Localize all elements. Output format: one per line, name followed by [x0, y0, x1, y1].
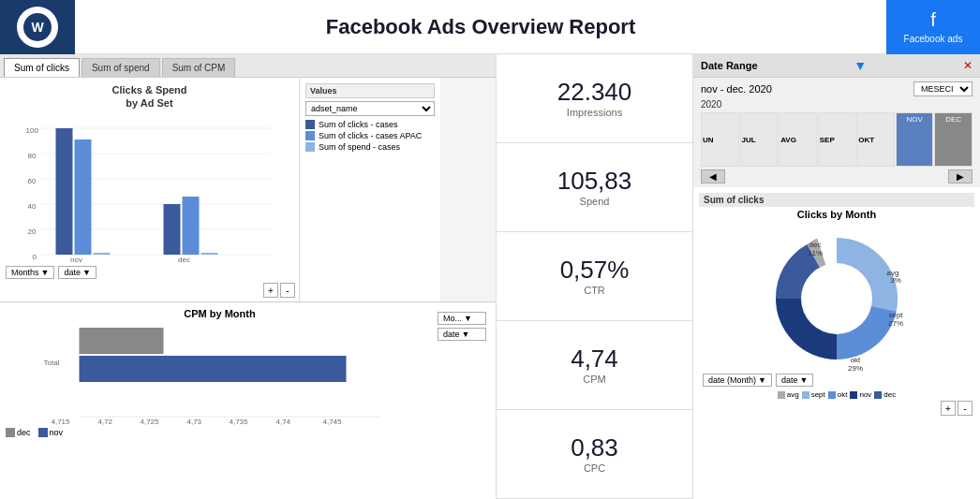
date-range-title: Date Range: [701, 60, 758, 71]
svg-rect-14: [94, 253, 111, 255]
charts-top: Clicks & Spend by Ad Set 0 20 40 60 80 1…: [0, 78, 496, 302]
date-range-clear[interactable]: ✕: [963, 59, 973, 72]
svg-text:11%: 11%: [808, 249, 823, 257]
legend-select[interactable]: adset_name: [305, 101, 435, 116]
kpi-cpm-value: 4,74: [571, 345, 618, 373]
svg-text:4,74: 4,74: [276, 418, 291, 426]
kpi-impressions-label: Impressions: [567, 107, 622, 118]
tab-bar: Sum of clicks Sum of spend Sum of CPM: [0, 54, 496, 78]
month-sep: SEP: [818, 112, 856, 167]
cpm-filter-arrow1: ▼: [464, 314, 472, 323]
svg-rect-28: [80, 328, 164, 354]
cpm-filter-arrow2: ▼: [462, 330, 470, 339]
donut-color-sept: [802, 391, 809, 399]
filter-arrow: ▼: [41, 268, 50, 277]
cpm-chart-title: CPM by Month: [6, 308, 434, 319]
svg-text:4,72: 4,72: [98, 418, 113, 426]
nav-next[interactable]: ▶: [948, 169, 973, 183]
legend-color-3: [305, 142, 315, 152]
svg-text:60: 60: [28, 177, 37, 185]
donut-legend-nov: nov: [850, 390, 871, 399]
donut-filter-arrow2: ▼: [799, 375, 808, 385]
nav-row: ◀ ▶: [701, 169, 973, 183]
svg-text:4,73: 4,73: [187, 418, 202, 426]
tab-sum-clicks[interactable]: Sum of clicks: [4, 58, 80, 77]
zoom-out-btn[interactable]: -: [280, 283, 295, 298]
legend-color-2: [305, 131, 315, 140]
svg-rect-17: [201, 253, 218, 255]
right-zoom-out[interactable]: -: [958, 401, 973, 416]
month-grid: UN JUL AVG SEP OKT NOV DEC: [701, 112, 973, 167]
kpi-ctr-value: 0,57%: [560, 257, 630, 284]
left-panel: Sum of clicks Sum of spend Sum of CPM Cl…: [0, 54, 497, 499]
month-un: UN: [701, 112, 739, 167]
svg-text:4,745: 4,745: [323, 418, 343, 426]
svg-text:Total: Total: [44, 359, 60, 367]
kpi-panel: 22.340 Impressions 105,83 Spend 0,57% CT…: [497, 54, 693, 499]
month-okt: OKT: [856, 112, 895, 167]
month-dec[interactable]: DEC: [934, 112, 973, 167]
logo-text: W: [31, 20, 43, 35]
chart-controls: Months ▼ date ▼: [6, 264, 293, 281]
page-title: Facebook Ads Overview Report: [75, 15, 886, 39]
donut-svg: avg 3% sept 27% okt 29% nov 30% dec 11%: [748, 224, 926, 374]
months-filter[interactable]: Months ▼: [6, 266, 54, 279]
main-content: Sum of clicks Sum of spend Sum of CPM Cl…: [0, 54, 980, 499]
date-filter[interactable]: date ▼: [58, 266, 96, 279]
svg-rect-15: [164, 204, 181, 255]
cpm-legend-nov: nov: [50, 428, 64, 437]
logo: W: [0, 0, 75, 54]
header: W Facebook Ads Overview Report f Faceboo…: [0, 0, 980, 54]
right-sidebar: Date Range ▼ ✕ nov - dec. 2020 MESECI 20…: [693, 54, 980, 499]
date-nav: nov - dec. 2020 MESECI 2020 UN JUL AVG S…: [693, 78, 980, 187]
clicks-chart-title: Clicks & Spend by Ad Set: [6, 83, 293, 110]
tab-sum-spend[interactable]: Sum of spend: [82, 58, 160, 77]
logo-inner: W: [23, 13, 52, 41]
year-label: 2020: [701, 99, 973, 110]
donut-color-okt: [828, 391, 836, 399]
svg-text:100: 100: [26, 126, 39, 135]
svg-text:nov: nov: [772, 325, 784, 333]
filter-funnel-icon[interactable]: ▼: [854, 58, 867, 73]
donut-legend: avg sept okt nov dec: [699, 390, 974, 399]
donut-filter-month[interactable]: date (Month) ▼: [703, 374, 772, 387]
date-row: nov - dec. 2020 MESECI: [701, 81, 973, 96]
cpm-svg: 4,715 4,72 4,725 4,73 4,735 4,74 4,745 T…: [6, 323, 434, 426]
legend-item-1: Sum of clicks - cases: [305, 120, 435, 129]
nav-prev[interactable]: ◀: [701, 169, 725, 183]
kpi-ctr-label: CTR: [584, 285, 605, 296]
month-nov[interactable]: NOV: [896, 112, 934, 167]
donut-filter-date[interactable]: date ▼: [776, 374, 813, 387]
kpi-impressions-value: 22.340: [557, 79, 632, 106]
legend-color-1: [305, 120, 315, 129]
cpm-chart: CPM by Month 4,715 4,72 4,725 4,73 4,735…: [0, 302, 496, 499]
donut-chart-area: avg 3% sept 27% okt 29% nov 30% dec 11%: [699, 224, 974, 374]
fb-badge: f Facebook ads: [886, 0, 980, 54]
svg-rect-16: [183, 197, 200, 255]
donut-legend-sept: sept: [802, 390, 825, 399]
svg-text:3%: 3%: [890, 276, 901, 285]
svg-text:40: 40: [28, 202, 37, 211]
cpm-filter-months[interactable]: Mo... ▼: [438, 312, 486, 325]
legend-item-3: Sum of spend - cases: [305, 142, 435, 152]
donut-filter-arrow1: ▼: [758, 375, 766, 385]
logo-circle: W: [17, 7, 58, 48]
kpi-cpc-value: 0,83: [571, 434, 618, 462]
donut-title: Clicks by Month: [699, 209, 974, 220]
cpm-bar-chart: 4,715 4,72 4,725 4,73 4,735 4,74 4,745 T…: [6, 323, 434, 426]
clicks-spend-chart: Clicks & Spend by Ad Set 0 20 40 60 80 1…: [0, 78, 300, 301]
svg-point-31: [801, 263, 872, 334]
kpi-ctr: 0,57% CTR: [497, 232, 692, 321]
legend-panel: Values adset_name Sum of clicks - cases …: [300, 78, 440, 301]
cpm-filter-date[interactable]: date ▼: [438, 328, 486, 341]
svg-text:sept: sept: [888, 311, 903, 319]
tab-sum-cpm[interactable]: Sum of CPM: [162, 58, 236, 77]
right-zoom-in[interactable]: +: [941, 401, 956, 416]
filter-arrow2: ▼: [82, 268, 91, 277]
month-jul: JUL: [740, 112, 779, 167]
svg-text:30%: 30%: [770, 333, 785, 342]
kpi-spend-value: 105,83: [557, 168, 632, 195]
meseci-select[interactable]: MESECI: [913, 81, 973, 96]
zoom-in-btn[interactable]: +: [263, 283, 278, 298]
cpm-legend-dec: dec: [17, 428, 31, 437]
